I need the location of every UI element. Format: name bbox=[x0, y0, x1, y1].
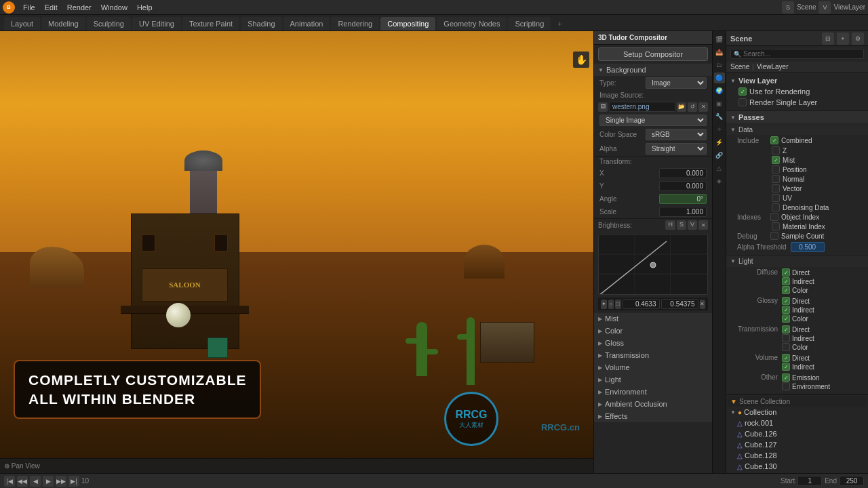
use-for-rendering-checkbox[interactable]: ✓ bbox=[738, 87, 747, 96]
combined-checkbox[interactable]: ✓ bbox=[770, 136, 778, 144]
output-properties-icon[interactable]: 📤 bbox=[714, 47, 725, 58]
background-section-header[interactable]: ▼ Background bbox=[594, 64, 712, 76]
setup-compositor-btn[interactable]: Setup Compositor bbox=[598, 47, 708, 61]
z-checkbox[interactable] bbox=[772, 146, 780, 155]
glossy-direct-checkbox[interactable]: ✓ bbox=[782, 297, 790, 305]
tab-layout[interactable]: Layout bbox=[4, 17, 40, 30]
browse-file-btn[interactable]: 📂 bbox=[677, 102, 686, 112]
add-workspace-tab[interactable]: + bbox=[552, 17, 567, 30]
color-space-select[interactable]: sRGB bbox=[646, 129, 707, 140]
environment-section-header[interactable]: ▶ Environment bbox=[594, 386, 712, 398]
object-index-checkbox[interactable] bbox=[770, 213, 778, 221]
curve-display[interactable] bbox=[598, 234, 708, 295]
view-layer-tab-viewlayer[interactable]: ViewLayer bbox=[757, 63, 789, 70]
hsv-btn-3[interactable]: V bbox=[688, 220, 697, 230]
sample-count-checkbox[interactable] bbox=[770, 232, 778, 240]
brightness-close-btn[interactable]: ✕ bbox=[698, 220, 708, 230]
viewport[interactable]: View Select Add Node Use Nodes Render Re… bbox=[0, 31, 593, 473]
tab-texture-paint[interactable]: Texture Paint bbox=[182, 17, 239, 30]
scene-properties-icon[interactable]: 🔵 bbox=[714, 73, 725, 83]
env-other-checkbox[interactable] bbox=[782, 382, 790, 390]
search-input[interactable] bbox=[743, 50, 861, 58]
trans-direct-checkbox[interactable]: ✓ bbox=[782, 325, 790, 333]
play-backward-btn[interactable]: ◀ bbox=[30, 476, 41, 487]
effects-section-header[interactable]: ▶ Effects bbox=[594, 410, 712, 422]
diffuse-indirect-checkbox[interactable]: ✓ bbox=[782, 277, 790, 285]
add-collection-icon[interactable]: + bbox=[837, 33, 849, 45]
tab-animation[interactable]: Animation bbox=[283, 17, 330, 30]
volume-indirect-checkbox[interactable]: ✓ bbox=[782, 363, 790, 371]
filter-icon[interactable]: ⊟ bbox=[822, 33, 834, 45]
view-layer-selector[interactable]: V bbox=[818, 1, 831, 14]
light-subsection-header[interactable]: ▼ Light bbox=[726, 255, 868, 267]
tab-shading[interactable]: Shading bbox=[241, 17, 281, 30]
tab-compositing[interactable]: Compositing bbox=[380, 17, 435, 30]
denoising-checkbox[interactable] bbox=[772, 203, 780, 211]
light-section-header[interactable]: ▶ Light bbox=[594, 373, 712, 386]
tab-rendering[interactable]: Rendering bbox=[331, 17, 379, 30]
x-input[interactable] bbox=[659, 168, 707, 178]
material-icon[interactable]: ◈ bbox=[714, 176, 725, 186]
diffuse-direct-checkbox[interactable]: ✓ bbox=[782, 268, 790, 277]
glossy-color-checkbox[interactable]: ✓ bbox=[782, 314, 790, 323]
step-forward-btn[interactable]: ▶▶ bbox=[56, 476, 66, 487]
skip-to-end-btn[interactable]: ▶| bbox=[68, 476, 79, 487]
play-btn[interactable]: ▶ bbox=[43, 476, 54, 487]
transmission-section-header[interactable]: ▶ Transmission bbox=[594, 349, 712, 361]
hsv-close-btn[interactable]: ✕ bbox=[700, 300, 706, 309]
tree-collection[interactable]: ▼ ● Collection bbox=[728, 407, 867, 418]
hsv-val1[interactable] bbox=[623, 299, 660, 309]
hand-tool[interactable]: ✋ bbox=[573, 52, 589, 68]
menu-help[interactable]: Help bbox=[133, 2, 157, 13]
menu-file[interactable]: File bbox=[19, 2, 39, 13]
volume-section-header[interactable]: ▶ Volume bbox=[594, 361, 712, 373]
trans-color-checkbox[interactable] bbox=[782, 343, 790, 351]
color-section-header[interactable]: ▶ Color bbox=[594, 325, 712, 337]
trans-indirect-checkbox[interactable] bbox=[782, 334, 790, 342]
hsv-circle-icon[interactable]: ○ bbox=[608, 300, 614, 309]
view-layer-section-toggle[interactable]: ▼ View Layer bbox=[730, 75, 864, 86]
gloss-section-header[interactable]: ▶ Gloss bbox=[594, 337, 712, 349]
volume-direct-checkbox[interactable]: ✓ bbox=[782, 354, 790, 362]
particles-icon[interactable]: ✧ bbox=[714, 124, 725, 135]
object-properties-icon[interactable]: ▣ bbox=[714, 98, 725, 109]
tab-modeling[interactable]: Modeling bbox=[41, 17, 85, 30]
tree-cube126[interactable]: △ Cube.126 bbox=[728, 428, 867, 439]
single-image-select[interactable]: Single Image bbox=[599, 115, 707, 126]
tab-scripting[interactable]: Scripting bbox=[508, 17, 551, 30]
hsv-val2[interactable] bbox=[661, 299, 698, 309]
diffuse-color-checkbox[interactable]: ✓ bbox=[782, 286, 790, 294]
file-icon[interactable]: 🖼 bbox=[598, 102, 608, 112]
uv-checkbox[interactable] bbox=[772, 194, 780, 202]
view-layer-tab-scene[interactable]: Scene bbox=[730, 63, 749, 70]
constraints-icon[interactable]: 🔗 bbox=[714, 150, 725, 161]
menu-edit[interactable]: Edit bbox=[41, 2, 62, 13]
data-subsection-header[interactable]: ▼ Data bbox=[726, 125, 868, 135]
hsv-btn-1[interactable]: H bbox=[665, 220, 675, 230]
tree-cube130[interactable]: △ Cube.130 bbox=[728, 461, 867, 472]
step-back-btn[interactable]: ◀◀ bbox=[17, 476, 28, 487]
ao-section-header[interactable]: ▶ Ambient Occlusion bbox=[594, 398, 712, 410]
physics-icon[interactable]: ⚡ bbox=[714, 137, 725, 148]
mist-section-header[interactable]: ▶ Mist bbox=[594, 312, 712, 325]
start-frame-input[interactable] bbox=[797, 476, 822, 486]
tab-sculpting[interactable]: Sculpting bbox=[87, 17, 131, 30]
vector-checkbox[interactable] bbox=[772, 184, 780, 192]
modifier-properties-icon[interactable]: 🔧 bbox=[714, 111, 725, 122]
menu-render[interactable]: Render bbox=[63, 2, 96, 13]
alpha-threshold-value[interactable]: 0.500 bbox=[791, 242, 825, 252]
scene-settings-icon[interactable]: ⚙ bbox=[852, 33, 864, 45]
type-select[interactable]: Image bbox=[646, 77, 707, 89]
render-properties-icon[interactable]: 🎬 bbox=[714, 34, 725, 45]
scale-input[interactable] bbox=[659, 207, 707, 217]
tree-cube128[interactable]: △ Cube.128 bbox=[728, 450, 867, 461]
end-frame-input[interactable] bbox=[840, 476, 864, 486]
tree-rock[interactable]: △ rock.001 bbox=[728, 418, 867, 428]
skip-to-start-btn[interactable]: |◀ bbox=[4, 476, 15, 487]
close-file-btn[interactable]: ✕ bbox=[698, 102, 708, 112]
tab-uv-editing[interactable]: UV Editing bbox=[132, 17, 181, 30]
menu-window[interactable]: Window bbox=[97, 2, 132, 13]
hsv-rect-icon[interactable]: □ bbox=[615, 300, 621, 309]
hsv-btn-2[interactable]: S bbox=[677, 220, 686, 230]
tab-geometry-nodes[interactable]: Geometry Nodes bbox=[437, 17, 507, 30]
